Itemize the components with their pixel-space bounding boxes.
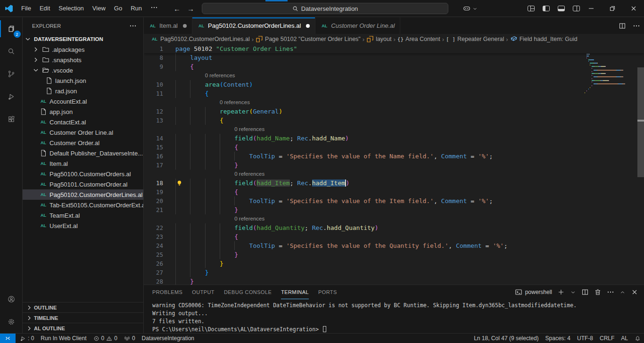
terminal-prompt[interactable]: PS C:\Users\neil\Documents\AL\DataverseI… [152,326,644,334]
customize-layout-icon[interactable] [528,6,535,11]
run-in-web-client[interactable]: Run In Web Client [37,334,90,343]
notifications[interactable] [631,334,644,343]
forward-arrow-icon[interactable]: → [187,5,194,13]
codelens-references[interactable]: 0 references [144,71,644,80]
tree-item-tab-ext50105.customerorderext.al[interactable]: ALTab-Ext50105.CustomerOrderExt.al [23,200,143,210]
breadcrumb-item[interactable]: Field hadd_Item: Guid [510,35,578,43]
editor-scrollbar-thumb[interactable] [637,67,644,177]
breadcrumb-item[interactable]: Page 50102 "Customer Order Lines" [256,35,361,43]
code-line-16[interactable]: 16ToolTip = 'Specifies the value of the … [144,152,644,161]
breadcrumb-item[interactable]: ALPag50102.CustomerOrderLines.al [151,36,250,42]
section-al-outline[interactable]: AL OUTLINE [23,323,143,333]
codelens-references[interactable]: 0 references [144,125,644,134]
panel-tab-problems[interactable]: PROBLEMS [152,285,182,299]
section-timeline[interactable]: TIMELINE [23,312,143,323]
panel-more-icon[interactable] [607,288,614,296]
code-line-8[interactable]: 8layout [144,53,644,62]
toggle-sidebar-icon[interactable] [543,6,550,11]
menu-selection[interactable]: Selection [54,3,88,14]
modified-dot[interactable] [306,24,310,28]
code-line-27[interactable]: 27} [144,268,644,277]
code-line-18[interactable]: 18field(hadd_Item; Rec.hadd_Item) [144,179,644,188]
shell-label[interactable]: powershell [525,289,552,295]
menu-edit[interactable]: Edit [35,3,54,14]
tree-item-pag50100.customerorders.al[interactable]: ALPag50100.CustomerOrders.al [23,169,143,179]
activity-search[interactable] [0,40,23,63]
problems[interactable]: 00 [90,334,121,343]
split-terminal-icon[interactable] [581,288,589,296]
copilot-button[interactable] [463,3,478,14]
tab-pag50102.customerorderlines.al[interactable]: ALPag50102.CustomerOrderLines.al [192,17,315,34]
explorer-more-icon[interactable] [129,22,137,30]
codelens-label[interactable]: 0 references [234,126,264,132]
cursor-position[interactable]: Ln 18, Col 47 (9 selected) [471,334,542,343]
tree-item-pag50102.customerorderlines.al[interactable]: ALPag50102.CustomerOrderLines.al [23,189,143,200]
project-name[interactable]: DataverseIntegration [139,334,198,343]
codelens-references[interactable]: 0 references [144,214,644,223]
menu-file[interactable]: File [17,3,35,14]
toggle-secondary-sidebar-icon[interactable] [573,6,580,11]
terminal-picker-chevron-icon[interactable] [570,289,576,295]
tab-item.al[interactable]: ALItem.al [144,17,192,34]
minimize-button[interactable] [580,0,602,17]
code-line-21[interactable]: 21} [144,205,644,214]
code-line-24[interactable]: 24ToolTip = 'Specifies the value of the … [144,241,644,250]
split-editor-icon[interactable] [619,22,626,30]
menu-run[interactable]: Run [126,3,146,14]
menu-go[interactable]: Go [110,3,126,14]
remote-indicator[interactable] [0,334,16,343]
tree-item-launch.json[interactable]: launch.json [23,75,143,86]
breadcrumb-item[interactable]: {}Area Content [397,36,440,42]
tree-item-.snapshots[interactable]: .snapshots [23,55,143,65]
activity-account[interactable] [0,288,23,310]
code-line-22[interactable]: 22field(hadd_Quantity; Rec.hadd_Quantity… [144,223,644,232]
tree-item-dataverseintegration[interactable]: DATAVERSEINTEGRATION [23,34,143,44]
codelens-label[interactable]: 0 references [220,99,250,105]
back-arrow-icon[interactable]: ← [173,5,181,13]
code-line-12[interactable]: 12repeater(General) [144,107,644,116]
indentation[interactable]: Spaces: 4 [542,334,574,343]
panel-tab-ports[interactable]: PORTS [318,285,337,299]
activity-source-control[interactable] [0,63,23,85]
tree-item-.vscode[interactable]: .vscode [23,65,143,75]
tree-item-pag50101.customerorder.al[interactable]: ALPag50101.CustomerOrder.al [23,179,143,189]
code-line-14[interactable]: 14field(hadd_Name; Rec.hadd_Name) [144,134,644,143]
code-line-25[interactable]: 25} [144,250,644,259]
codelens-label[interactable]: 0 references [234,216,264,221]
panel-tab-debug-console[interactable]: DEBUG CONSOLE [224,285,272,299]
code-editor[interactable]: 1page 50102 "Customer Order Lines"8layou… [144,44,644,285]
panel-tab-output[interactable]: OUTPUT [192,285,215,299]
codelens-references[interactable]: 0 references [144,170,644,179]
codelens-label[interactable]: 0 references [234,171,264,177]
maximize-panel-chevron-icon[interactable] [619,289,626,295]
codelens-references[interactable]: 0 references [144,98,644,107]
command-center-search[interactable]: DataverseIntegration [202,3,448,14]
tree-item-item.al[interactable]: ALItem.al [23,158,143,169]
activity-extensions[interactable] [0,108,23,131]
modified-dot[interactable] [183,24,187,28]
eol-sequence[interactable]: CRLF [596,334,618,343]
kill-terminal-trash-icon[interactable] [594,288,602,296]
tree-item-app.json[interactable]: app.json [23,106,143,117]
code-line-11[interactable]: 11{ [144,89,644,98]
code-line-28[interactable]: 28} [144,277,644,285]
tree-item-customer-order-line.al[interactable]: ALCustomer Order Line.al [23,127,143,138]
tree-item-customer-order.al[interactable]: ALCustomer Order.al [23,138,143,148]
activity-run-debug[interactable] [0,85,23,108]
close-button[interactable] [623,0,644,17]
tree-item-.alpackages[interactable]: .alpackages [23,44,143,55]
code-line-10[interactable]: 10area(Content) [144,80,644,89]
code-line-23[interactable]: 23{ [144,232,644,241]
editor-more-icon[interactable] [633,22,640,30]
close-panel-icon[interactable] [631,288,638,296]
code-line-9[interactable]: 9{ [144,62,644,71]
tree-item-accountext.al[interactable]: ALAccountExt.al [23,96,143,106]
tree-item-teamext.al[interactable]: ALTeamExt.al [23,210,143,220]
encoding[interactable]: UTF-8 [574,334,596,343]
tree-item-default-publisher-dataverseinte...[interactable]: Default Publisher_DataverseInte... [23,148,143,158]
language-mode[interactable]: AL [618,334,631,343]
menu-view[interactable]: View [88,3,110,14]
codelens-label[interactable]: 0 references [205,73,235,78]
al-debug-status[interactable]: : 0 [17,334,37,343]
tab-customer-order-line.al[interactable]: ALCustomer Order Line.al [315,17,400,34]
